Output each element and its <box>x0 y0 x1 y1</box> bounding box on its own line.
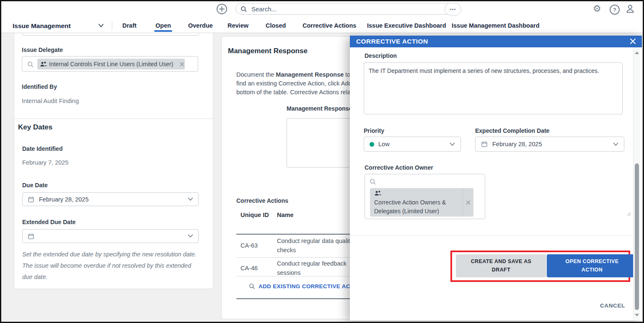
expected-completion-date-label: Expected Completion Date <box>475 127 549 134</box>
corrective-actions-label: Corrective Actions <box>236 197 288 204</box>
cancel-button[interactable]: CANCEL <box>600 302 625 309</box>
nav-bar: Issue Management Draft Open Overdue Revi… <box>0 19 644 33</box>
tab-closed[interactable]: Closed <box>266 22 286 29</box>
table-row-ca63-id: CA-63 <box>241 241 258 250</box>
chevron-down-icon <box>188 197 193 201</box>
expected-completion-date-value: February 28, 2025 <box>492 141 542 147</box>
close-icon[interactable] <box>630 38 636 44</box>
management-response-intro-line1: Document the Management Response to de <box>236 70 359 79</box>
corrective-action-modal: CORRECTIVE ACTION Description The IT Dep… <box>350 36 642 320</box>
scroll-down-icon[interactable] <box>635 314 639 316</box>
date-identified-label: Date Identified <box>22 145 62 152</box>
modal-header: CORRECTIVE ACTION <box>350 36 642 47</box>
modal-footer-divider <box>350 235 633 236</box>
column-header-name: Name <box>277 212 294 218</box>
corrective-action-owner-tag-label: Corrective Action Owners & Delegates (Li… <box>374 198 456 216</box>
corrective-action-owner-field[interactable]: Corrective Action Owners & Delegates (Li… <box>365 174 485 219</box>
extended-due-date-picker[interactable] <box>22 229 199 243</box>
date-identified-value: February 7, 2025 <box>22 159 68 166</box>
priority-dot-icon <box>370 142 374 147</box>
identified-by-value: Internal Audit Finding <box>22 98 79 104</box>
priority-value: Low <box>378 141 390 147</box>
issue-delegate-field[interactable]: Internal Controls First Line Users (Limi… <box>22 56 198 72</box>
due-date-label: Due Date <box>22 182 48 189</box>
due-date-picker[interactable]: February 28, 2025 <box>22 192 199 206</box>
search-input[interactable] <box>251 5 447 13</box>
app-selector[interactable]: Issue Management <box>13 22 71 30</box>
remove-tag-icon[interactable] <box>463 188 473 217</box>
management-response-intro-line3: bottom of the table. Corrective Actions … <box>236 88 352 97</box>
calendar-icon <box>481 141 488 147</box>
scrollbar-thumb[interactable] <box>635 163 639 310</box>
global-search[interactable] <box>235 3 452 15</box>
help-icon[interactable]: ? <box>610 5 620 15</box>
tab-open[interactable]: Open <box>155 22 171 29</box>
management-response-heading: Management Response <box>228 47 308 55</box>
top-bar: ••• ⚙ ? <box>0 0 644 19</box>
nav-divider <box>112 21 112 30</box>
extended-due-date-label: Extended Due Date <box>22 219 76 225</box>
search-icon <box>27 61 34 68</box>
management-response-intro-line2: find an existing Corrective Action, clic… <box>236 79 352 88</box>
corrective-action-owner-tag: Corrective Action Owners & Delegates (Li… <box>370 188 473 217</box>
tab-issue-executive-dashboard[interactable]: Issue Executive Dashboard <box>367 22 446 29</box>
tab-draft[interactable]: Draft <box>122 22 137 29</box>
add-icon[interactable] <box>216 3 228 15</box>
app-window: ••• ⚙ ? Issue Management Draft Open Over… <box>0 0 644 323</box>
search-icon <box>248 283 255 289</box>
issue-delegate-tag: Internal Controls First Line Users (Limi… <box>37 59 185 70</box>
extended-due-date-help-text: Set the extended due date by specifying … <box>22 249 201 283</box>
key-dates-heading: Key Dates <box>18 123 52 132</box>
priority-label: Priority <box>364 127 384 134</box>
remove-tag-icon[interactable] <box>176 62 188 67</box>
search-icon <box>240 5 247 13</box>
create-and-save-as-draft-button[interactable]: CREATE AND SAVE AS DRAFT <box>456 254 546 277</box>
modal-scrollbar[interactable] <box>633 47 640 320</box>
tab-review[interactable]: Review <box>228 22 248 29</box>
user-group-icon <box>40 61 47 67</box>
description-label: Description <box>365 52 397 59</box>
chevron-down-icon <box>188 234 193 238</box>
clipped-input[interactable] <box>22 33 199 36</box>
chevron-down-icon <box>450 142 455 146</box>
user-profile-icon[interactable] <box>625 4 635 14</box>
priority-select[interactable]: Low <box>364 137 461 152</box>
due-date-value: February 28, 2025 <box>39 196 89 203</box>
corrective-action-owner-label: Corrective Action Owner <box>365 164 433 171</box>
chevron-down-icon[interactable] <box>98 23 104 28</box>
tab-issue-management-dashboard[interactable]: Issue Management Dashboard <box>452 22 540 29</box>
table-row-ca46-id: CA-46 <box>241 264 258 273</box>
search-options-button[interactable]: ••• <box>445 3 461 16</box>
add-existing-corrective-action-link[interactable]: ADD EXISTING CORRECTIVE ACT <box>248 283 354 289</box>
ellipsis-icon: ••• <box>450 7 456 12</box>
calendar-icon <box>28 233 34 240</box>
management-response-field-label: Management Response <box>287 105 352 112</box>
description-textarea[interactable]: The IT Department must implement a serie… <box>364 62 623 114</box>
identified-by-label: Identified By <box>22 83 57 90</box>
column-header-unique-id: Unique ID <box>241 212 269 218</box>
calendar-icon <box>28 196 34 203</box>
modal-title: CORRECTIVE ACTION <box>356 38 428 45</box>
search-icon <box>369 178 376 185</box>
issue-delegate-label: Issue Delegate <box>22 47 63 53</box>
chevron-down-icon <box>613 142 618 146</box>
open-corrective-action-button[interactable]: OPEN CORRECTIVE ACTION <box>547 254 637 277</box>
tab-overdue[interactable]: Overdue <box>188 22 213 29</box>
section-divider <box>14 119 213 119</box>
scroll-up-icon[interactable] <box>635 52 639 54</box>
issue-details-panel: Issue Delegate Internal Controls First L… <box>14 33 213 289</box>
expected-completion-date-picker[interactable]: February 28, 2025 <box>475 137 624 152</box>
issue-delegate-tag-label: Internal Controls First Line Users (Limi… <box>49 61 173 67</box>
tab-corrective-actions[interactable]: Corrective Actions <box>303 22 356 29</box>
gear-icon[interactable]: ⚙ <box>593 4 601 13</box>
user-group-icon <box>374 190 382 196</box>
